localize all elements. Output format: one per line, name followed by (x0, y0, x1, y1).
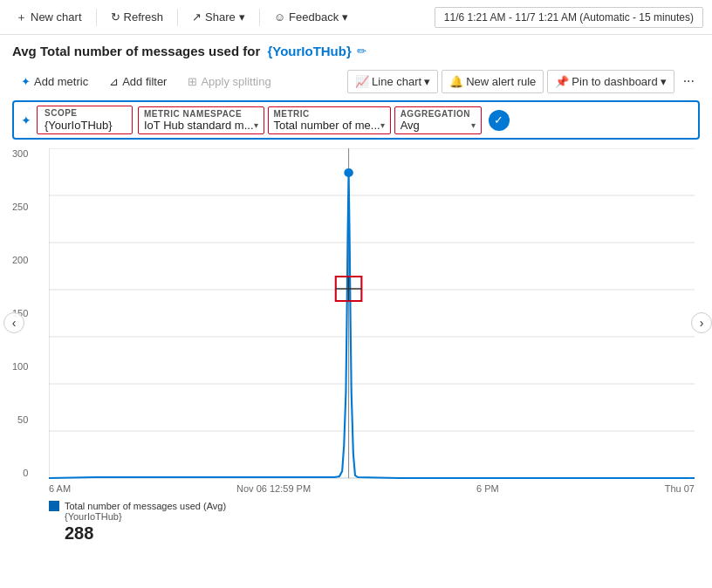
filter-row: ✦ SCOPE {YourIoTHub} METRIC NAMESPACE Io… (12, 100, 700, 140)
filter-icon: ⊿ (109, 75, 119, 88)
add-filter-button[interactable]: ⊿ Add filter (100, 71, 175, 92)
share-icon: ↗ (192, 10, 202, 24)
y-label-200: 200 (12, 255, 28, 265)
legend-item: Total number of messages used (Avg) (49, 501, 700, 511)
chevron-down-icon-2: ▾ (342, 10, 348, 24)
x-label-6am: 6 AM (49, 483, 71, 494)
legend-value: 288 (65, 523, 700, 544)
feedback-button[interactable]: ☺ Feedback ▾ (267, 7, 355, 27)
share-button[interactable]: ↗ Share ▾ (185, 7, 252, 27)
add-metric-button[interactable]: ✦ Add metric (12, 71, 97, 92)
y-label-0: 0 (23, 468, 28, 478)
legend-color-box (49, 501, 59, 511)
divider-2 (177, 9, 178, 26)
scope-icon: ✦ (21, 113, 31, 127)
chart-type-dropdown[interactable]: 📈 Line chart ▾ (347, 70, 438, 93)
aggregation-chevron: ▾ (471, 120, 476, 130)
new-alert-button[interactable]: 🔔 New alert rule (442, 70, 544, 93)
divider-3 (259, 9, 260, 26)
metric-toolbar: ✦ Add metric ⊿ Add filter ⊞ Apply splitt… (0, 65, 712, 100)
edit-icon[interactable]: ✏ (357, 44, 366, 58)
date-range-button[interactable]: 11/6 1:21 AM - 11/7 1:21 AM (Automatic -… (435, 7, 703, 28)
x-label-thu: Thu 07 (665, 483, 695, 494)
nav-left-arrow[interactable]: ‹ (3, 312, 24, 333)
plus-icon: ＋ (16, 10, 27, 25)
y-label-300: 300 (12, 148, 28, 159)
chevron-down-icon: ▾ (239, 10, 245, 24)
chevron-down-icon-3: ▾ (424, 75, 430, 88)
refresh-icon: ↻ (111, 10, 120, 24)
splitting-icon: ⊞ (188, 75, 197, 88)
top-toolbar: ＋ New chart ↻ Refresh ↗ Share ▾ ☺ Feedba… (0, 0, 712, 35)
new-chart-button[interactable]: ＋ New chart (9, 6, 89, 29)
nav-right-arrow[interactable]: › (691, 312, 712, 333)
chevron-down-icon-4: ▾ (661, 75, 667, 88)
chart-area: ‹ › 300 250 200 150 100 50 0 (12, 148, 703, 494)
y-label-250: 250 (12, 202, 28, 212)
more-options-button[interactable]: ··· (678, 69, 700, 93)
y-label-100: 100 (12, 361, 28, 372)
x-axis: 6 AM Nov 06 12:59 PM 6 PM Thu 07 (12, 480, 703, 494)
namespace-chevron: ▾ (254, 120, 258, 130)
line-chart-icon: 📈 (355, 75, 369, 88)
chart-wrapper: 300 250 200 150 100 50 0 (12, 148, 703, 480)
apply-splitting-button[interactable]: ⊞ Apply splitting (179, 71, 279, 92)
feedback-icon: ☺ (274, 10, 285, 24)
y-label-50: 50 (17, 414, 28, 425)
peak-dot (344, 168, 353, 177)
alert-icon: 🔔 (449, 75, 463, 88)
metric-field[interactable]: METRIC Total number of me... ▾ (268, 106, 391, 134)
chart-legend: Total number of messages used (Avg) {You… (12, 501, 700, 544)
chart-svg (49, 148, 695, 480)
add-metric-icon: ✦ (21, 75, 31, 88)
pin-dashboard-button[interactable]: 📌 Pin to dashboard ▾ (547, 70, 674, 93)
pin-icon: 📌 (555, 75, 569, 88)
legend-label: Total number of messages used (Avg) (65, 501, 226, 511)
aggregation-field[interactable]: AGGREGATION Avg ▾ (394, 106, 482, 134)
x-label-noon: Nov 06 12:59 PM (236, 483, 311, 494)
confirm-button[interactable]: ✓ (489, 110, 510, 131)
refresh-button[interactable]: ↻ Refresh (104, 7, 171, 27)
x-label-6pm: 6 PM (476, 483, 499, 494)
metric-chevron: ▾ (380, 120, 385, 130)
scope-field[interactable]: SCOPE {YourIoTHub} (37, 106, 133, 134)
page-title: Avg Total number of messages used for {Y… (12, 44, 352, 58)
divider-1 (96, 9, 97, 26)
legend-sublabel: {YourIoTHub} (65, 511, 700, 522)
namespace-field[interactable]: METRIC NAMESPACE IoT Hub standard m... ▾ (138, 106, 264, 134)
chart-inner: 300 250 200 150 100 50 0 (49, 148, 695, 480)
title-bar: Avg Total number of messages used for {Y… (0, 35, 712, 65)
